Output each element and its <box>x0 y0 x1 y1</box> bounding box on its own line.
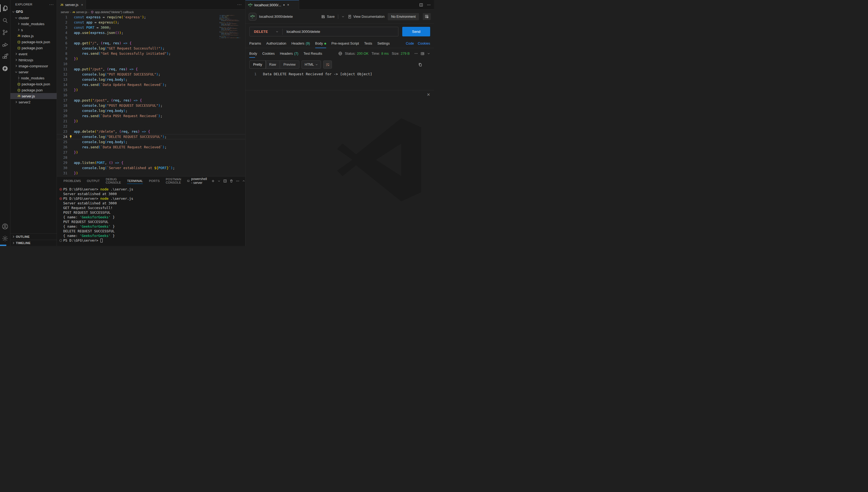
code-line-27[interactable]: 27}) <box>57 150 245 155</box>
breadcrumb-item-server[interactable]: server <box>61 10 69 14</box>
tree-item-server[interactable]: server <box>10 69 57 75</box>
activity-explorer-button[interactable] <box>0 2 10 14</box>
close-icon[interactable]: × <box>81 3 83 7</box>
activity-run-debug-button[interactable] <box>0 38 10 50</box>
search-response-button[interactable] <box>426 63 430 67</box>
explorer-more-actions-icon[interactable]: ··· <box>49 2 54 6</box>
panel-tab-output[interactable]: OUTPUT <box>87 176 100 185</box>
activity-search-button[interactable] <box>0 14 10 26</box>
tree-item-htmlcssjs[interactable]: htmlcssjs <box>10 57 57 63</box>
send-button[interactable]: Send <box>402 27 430 36</box>
kill-terminal-button[interactable] <box>230 179 233 183</box>
code-line-31[interactable]: 31}) <box>57 170 245 176</box>
panel-tab-problems[interactable]: PROBLEMS <box>64 176 81 185</box>
tree-item-index-js[interactable]: JSindex.js <box>10 33 57 39</box>
language-select[interactable]: HTML <box>302 60 321 69</box>
code-line-11[interactable]: 11app.put("/put", (req, res) => { <box>57 67 245 72</box>
tree-item-node-modules[interactable]: node_modules <box>10 75 57 81</box>
new-terminal-button[interactable] <box>211 179 215 183</box>
tree-item-event[interactable]: event <box>10 51 57 57</box>
breadcrumb-item-file[interactable]: JSserver.js <box>72 10 87 14</box>
tree-item-package-lock-json[interactable]: {}package-lock.json <box>10 81 57 87</box>
split-terminal-button[interactable] <box>223 179 227 183</box>
format-option-preview[interactable]: Preview <box>280 61 299 68</box>
request-tab-params[interactable]: Params <box>249 39 261 48</box>
tree-item-cluster[interactable]: cluster <box>10 15 57 21</box>
terminal-output[interactable]: PS D:\GFG\server> node .\server.jsServer… <box>57 185 245 246</box>
tree-item-server-js[interactable]: JSserver.js <box>10 93 57 99</box>
panel-more-actions-button[interactable] <box>236 179 240 183</box>
response-collapse-button[interactable] <box>427 52 430 55</box>
more-actions-button[interactable] <box>427 3 431 7</box>
tree-item-image-compressor[interactable]: image-compressor <box>10 63 57 69</box>
tree-item-s[interactable]: s <box>10 27 57 33</box>
request-tab-tests[interactable]: Tests <box>364 39 372 48</box>
code-line-22[interactable]: 22 <box>57 124 245 129</box>
close-response-icon[interactable]: ✕ <box>427 92 430 97</box>
request-tab-settings[interactable]: Settings <box>377 39 390 48</box>
word-wrap-button[interactable] <box>323 60 332 69</box>
code-line-24[interactable]: 24 console.log("DELETE REQUEST SUCCESSFU… <box>57 134 245 139</box>
code-line-7[interactable]: 7 console.log("GET Request Successfull!"… <box>57 46 245 51</box>
method-select[interactable]: DELETE <box>250 30 268 34</box>
copy-response-button[interactable] <box>418 63 422 67</box>
activity-extensions-button[interactable] <box>0 50 10 63</box>
code-line-9[interactable]: 9}) <box>57 56 245 61</box>
panel-tab-terminal[interactable]: TERMINAL <box>127 176 143 185</box>
code-line-16[interactable]: 16 <box>57 93 245 98</box>
save-dropdown-button[interactable] <box>342 15 345 18</box>
maximize-panel-button[interactable] <box>242 179 245 182</box>
code-editor[interactable]: 1const express = require('express');2con… <box>57 15 245 176</box>
terminal-instance[interactable]: powershell - server <box>187 177 208 185</box>
tree-item-node-modules[interactable]: node_modules <box>10 21 57 27</box>
method-dropdown-icon[interactable] <box>276 30 278 33</box>
response-more-button[interactable] <box>414 52 418 55</box>
tab-request[interactable]: →HTTP← localhost:3000/... ● × <box>245 0 299 9</box>
code-line-12[interactable]: 12 console.log("PUT REQUEST SUCCESSFUL")… <box>57 72 245 77</box>
lightbulb-icon[interactable] <box>69 135 73 139</box>
code-line-15[interactable]: 15}) <box>57 87 245 93</box>
response-layout-button[interactable] <box>421 52 424 55</box>
tab-server-js[interactable]: JS server.js × <box>57 0 86 9</box>
format-option-pretty[interactable]: Pretty <box>249 60 266 69</box>
code-line-25[interactable]: 25 console.log(req.body); <box>57 139 245 145</box>
close-icon[interactable]: × <box>287 3 289 7</box>
format-option-raw[interactable]: Raw <box>266 61 280 68</box>
link-cookies[interactable]: Cookies <box>418 42 430 45</box>
split-editor-button[interactable] <box>419 3 423 7</box>
code-line-13[interactable]: 13 console.log(req.body); <box>57 77 245 82</box>
editor-more-actions-icon[interactable]: ··· <box>237 2 242 6</box>
tree-item-gfg[interactable]: GFG <box>10 9 57 15</box>
request-tab-authorization[interactable]: Authorization <box>266 39 286 48</box>
panel-tab-ports[interactable]: PORTS <box>149 176 159 185</box>
save-button[interactable]: Save <box>321 15 335 19</box>
code-line-2[interactable]: 2const app = express(); <box>57 20 245 25</box>
request-tab-pre-request-script[interactable]: Pre-request Script <box>331 39 359 48</box>
terminal-dropdown-button[interactable] <box>218 179 221 182</box>
response-tab-body[interactable]: Body <box>249 48 257 59</box>
code-line-3[interactable]: 3const PORT = 3000; <box>57 25 245 30</box>
code-line-10[interactable]: 10 <box>57 61 245 67</box>
accounts-button[interactable] <box>0 220 10 232</box>
request-tab-body[interactable]: Body <box>315 39 326 48</box>
code-line-26[interactable]: 26 res.send(`Data DELETE Request Recieve… <box>57 145 245 150</box>
url-input[interactable]: localhost:3000/delete <box>283 29 398 34</box>
code-line-28[interactable]: 28 <box>57 155 245 160</box>
code-line-20[interactable]: 20 res.send(`Data POSt Request Recieved`… <box>57 113 245 119</box>
code-line-30[interactable]: 30 console.log(`Server established at ${… <box>57 165 245 170</box>
panel-tab-postman-console[interactable]: POSTMAN CONSOLE <box>166 176 181 185</box>
code-line-19[interactable]: 19 console.log(req.body); <box>57 108 245 113</box>
timeline-section[interactable]: TIMELINE <box>10 240 57 246</box>
view-documentation-button[interactable]: View Documentation <box>348 15 385 19</box>
code-line-17[interactable]: 17app.post("/post", (req, res) => { <box>57 98 245 103</box>
activity-thunder-client-button[interactable] <box>0 63 10 74</box>
code-line-8[interactable]: 8 res.send("Get Req Successfully initiat… <box>57 51 245 56</box>
tree-item-package-lock-json[interactable]: {}package-lock.json <box>10 39 57 45</box>
request-tab-headers[interactable]: Headers(9) <box>292 39 310 48</box>
minimap[interactable]: const express = require('express');const… <box>220 15 243 40</box>
panel-tab-debug-console[interactable]: DEBUG CONSOLE <box>106 176 121 185</box>
code-line-4[interactable]: 4app.use(express.json()); <box>57 30 245 35</box>
activity-source-control-button[interactable] <box>0 26 10 38</box>
code-line-23[interactable]: 23app.delete("/delete", (req, res) => { <box>57 129 245 134</box>
code-line-21[interactable]: 21}) <box>57 119 245 124</box>
